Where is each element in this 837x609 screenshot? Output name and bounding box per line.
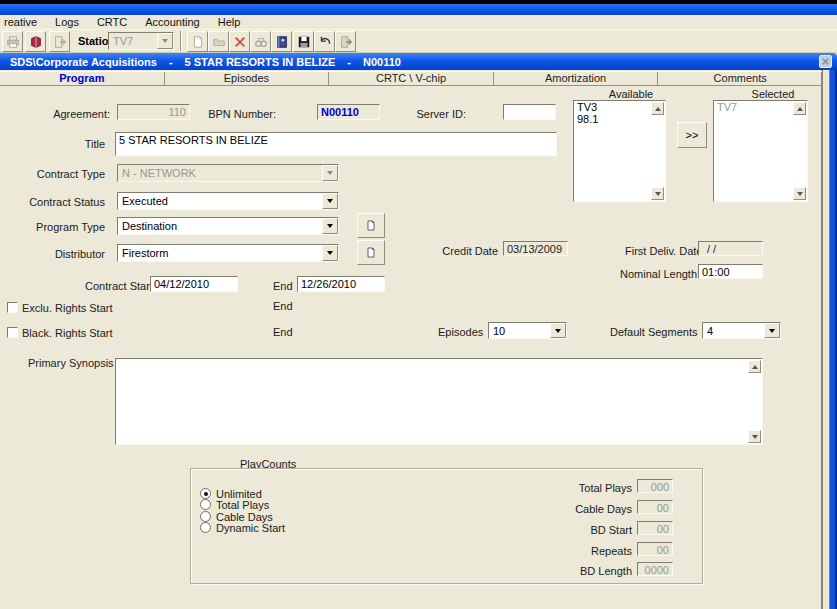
- episodes-value: 10: [489, 323, 550, 338]
- episodes-dropdown[interactable]: 10: [488, 322, 567, 339]
- tab-crtc-vchip[interactable]: CRTC \ V-chip: [329, 72, 494, 85]
- chevron-down-icon[interactable]: [322, 245, 338, 261]
- menu-item-crtc[interactable]: CRTC: [95, 16, 129, 28]
- exit-door-icon: [339, 35, 353, 49]
- scroll-up-icon[interactable]: [793, 102, 806, 115]
- toolbar-separator: [180, 31, 182, 51]
- menu-item-logs[interactable]: Logs: [53, 16, 81, 28]
- chevron-down-icon[interactable]: [322, 218, 338, 234]
- open-folder-icon: [212, 35, 226, 49]
- save-icon: [297, 35, 311, 49]
- outer-window-titlebar[interactable]: [0, 4, 837, 15]
- cable-days-label: Cable Days: [540, 503, 632, 515]
- save-button[interactable]: [293, 31, 314, 52]
- station-combobox[interactable]: TV7: [108, 32, 174, 50]
- scroll-down-icon[interactable]: [748, 430, 761, 443]
- tab-episodes[interactable]: Episodes: [165, 72, 330, 85]
- application-window: reative Logs CRTC Accounting Help Stat: [0, 0, 837, 609]
- menu-item-accounting[interactable]: Accounting: [143, 16, 201, 28]
- program-type-dropdown[interactable]: Destination: [117, 217, 339, 235]
- distributor-label: Distributor: [25, 248, 105, 260]
- nominal-length-field[interactable]: 01:00: [698, 264, 763, 279]
- chevron-down-icon[interactable]: [550, 323, 566, 338]
- menu-item-help[interactable]: Help: [216, 16, 243, 28]
- add-distributor-button[interactable]: [357, 240, 385, 265]
- bpn-number-field: N00110: [317, 104, 380, 120]
- default-segments-dropdown[interactable]: 4: [702, 322, 781, 339]
- menu-bar: reative Logs CRTC Accounting Help: [0, 15, 837, 29]
- black-rights-end-label: End: [273, 326, 293, 338]
- playcounts-radio-total-plays-label: Total Plays: [216, 499, 269, 511]
- contract-end-field[interactable]: 12/26/2010: [297, 276, 385, 292]
- red-book-button[interactable]: [25, 31, 46, 52]
- open-button[interactable]: [208, 31, 229, 52]
- print-button[interactable]: [2, 31, 23, 52]
- scroll-down-icon[interactable]: [651, 187, 664, 200]
- repeats-label: Repeats: [540, 545, 632, 557]
- available-label: Available: [596, 88, 666, 100]
- find-button[interactable]: [250, 31, 271, 52]
- exit-icon: [53, 35, 67, 49]
- playcounts-radio-dynamic-start[interactable]: [200, 522, 211, 533]
- chevron-down-icon[interactable]: [764, 323, 780, 338]
- title-label: Title: [60, 138, 105, 150]
- server-id-field[interactable]: [503, 104, 556, 120]
- exit-button[interactable]: [49, 31, 70, 52]
- scroll-up-icon[interactable]: [651, 102, 664, 115]
- tab-comments[interactable]: Comments: [658, 72, 822, 85]
- chevron-down-icon[interactable]: [322, 193, 338, 209]
- black-rights-checkbox[interactable]: [7, 327, 18, 338]
- distributor-dropdown[interactable]: Firestorm: [117, 244, 339, 262]
- contract-start-field[interactable]: 04/12/2010: [150, 276, 238, 292]
- cable-days-field: 00: [637, 500, 673, 514]
- title-separator-2: -: [347, 56, 351, 68]
- first-deliv-date-label: First Deliv. Date: [625, 245, 694, 257]
- station-dropdown-arrow[interactable]: [157, 33, 173, 49]
- exclu-rights-label: Exclu. Rights Start: [22, 302, 112, 314]
- scroll-up-icon[interactable]: [748, 360, 761, 373]
- tab-program[interactable]: Program: [0, 72, 165, 85]
- scroll-down-icon[interactable]: [793, 187, 806, 200]
- black-rights-label: Black. Rights Start: [22, 327, 112, 339]
- new-button[interactable]: [187, 31, 208, 52]
- document-titlebar[interactable]: SDS\Corporate Acquisitions - 5 STAR RESO…: [0, 53, 837, 70]
- program-type-label: Program Type: [25, 221, 105, 233]
- title-app: SDS\Corporate Acquisitions: [10, 56, 157, 68]
- window-right-border: [829, 70, 837, 609]
- available-listbox[interactable]: TV3 98.1: [573, 100, 666, 202]
- contract-end-label: End: [273, 280, 293, 292]
- title-field[interactable]: 5 STAR RESORTS IN BELIZE: [115, 132, 557, 156]
- station-value: TV7: [109, 33, 157, 49]
- menu-item-creative[interactable]: reative: [2, 16, 39, 28]
- add-program-type-button[interactable]: [357, 213, 385, 238]
- primary-synopsis-label: Primary Synopsis: [28, 357, 110, 369]
- selected-listbox[interactable]: TV7: [713, 100, 808, 202]
- address-book-button[interactable]: [271, 31, 292, 52]
- delete-button[interactable]: [229, 31, 250, 52]
- undo-button[interactable]: [314, 31, 335, 52]
- playcounts-radio-unlimited[interactable]: [200, 488, 211, 499]
- playcounts-radio-total-plays[interactable]: [200, 499, 211, 510]
- print-icon: [6, 35, 20, 49]
- tab-strip: Program Episodes CRTC \ V-chip Amortizat…: [0, 71, 822, 86]
- undo-icon: [318, 35, 332, 49]
- find-binoculars-icon: [254, 35, 268, 49]
- move-right-button[interactable]: >>: [677, 122, 707, 148]
- bd-start-field: 00: [637, 521, 673, 535]
- tab-amortization[interactable]: Amortization: [494, 72, 659, 85]
- playcounts-radio-cable-days[interactable]: [200, 511, 211, 522]
- new-document-icon: [365, 219, 377, 232]
- primary-synopsis-textarea[interactable]: [115, 358, 763, 445]
- total-plays-label: Total Plays: [540, 482, 632, 494]
- new-document-icon: [191, 35, 205, 49]
- default-segments-value: 4: [703, 323, 764, 338]
- distributor-value: Firestorm: [118, 245, 322, 261]
- exit-app-button[interactable]: [335, 31, 356, 52]
- contract-status-dropdown[interactable]: Executed: [117, 192, 339, 210]
- close-button[interactable]: [819, 55, 832, 68]
- exclu-rights-checkbox[interactable]: [7, 302, 18, 313]
- title-program: 5 STAR RESORTS IN BELIZE: [185, 56, 336, 68]
- bd-length-field: 0000: [637, 562, 673, 576]
- title-code: N00110: [363, 56, 401, 68]
- selected-label: Selected: [738, 88, 808, 100]
